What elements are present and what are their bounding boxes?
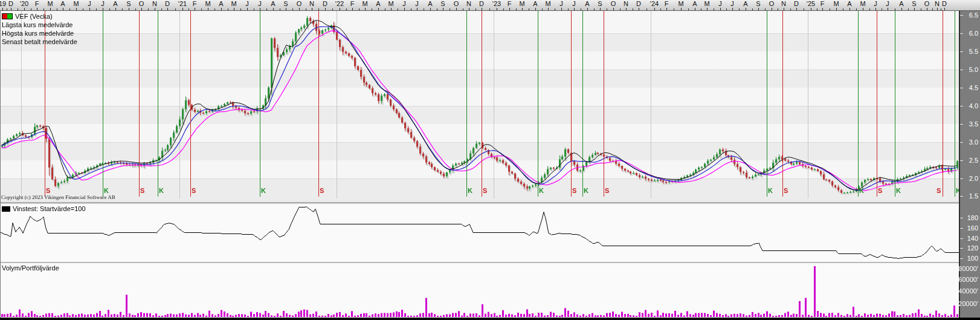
axis-minor-tick xyxy=(122,8,123,10)
axis-label: J xyxy=(874,0,877,7)
axis-label: M xyxy=(519,0,524,7)
axis-minor-tick xyxy=(921,8,921,10)
scale-tick xyxy=(960,258,963,259)
axis-label: J xyxy=(572,0,576,7)
axis-tick xyxy=(260,8,260,10)
axis-minor-tick xyxy=(240,8,241,10)
axis-minor-tick xyxy=(280,8,280,10)
scale-label: 2.5 xyxy=(969,157,978,164)
axis-tick xyxy=(654,8,655,10)
volume-canvas[interactable] xyxy=(0,263,959,318)
axis-minor-tick xyxy=(489,8,490,10)
axis-minor-tick xyxy=(908,8,909,10)
axis-label: A xyxy=(533,0,537,7)
axis-label: J xyxy=(415,0,419,7)
axis-tick xyxy=(286,8,286,10)
profit-test-canvas[interactable] xyxy=(0,204,959,262)
axis-label: D xyxy=(794,0,799,7)
scale-tick xyxy=(960,196,963,197)
axis-tick xyxy=(626,8,627,10)
axis-tick xyxy=(208,8,208,10)
axis-tick xyxy=(707,8,708,10)
axis-minor-tick xyxy=(817,8,817,10)
axis-minor-tick xyxy=(135,8,136,10)
axis-label: D xyxy=(479,0,484,7)
axis-tick xyxy=(849,8,850,10)
axis-minor-tick xyxy=(660,8,661,10)
scale-tick xyxy=(960,124,963,125)
axis-minor-tick xyxy=(83,8,83,10)
buy-signal-letter: K xyxy=(159,187,164,194)
axis-tick xyxy=(937,8,938,10)
volume-label: Volym/Portföljvärde xyxy=(2,264,59,272)
buy-signal-letter: K xyxy=(584,187,588,194)
axis-minor-tick xyxy=(594,8,595,10)
axis-label: J xyxy=(245,0,249,7)
legend-line-low-ma: Lägsta kurs medelvärde xyxy=(2,21,77,29)
axis-label: F xyxy=(193,0,197,7)
sell-signal-letter: S xyxy=(605,187,609,194)
axis-tick xyxy=(613,8,614,10)
axis-minor-tick xyxy=(542,8,543,10)
axis-label: F xyxy=(665,0,669,7)
axis-label: A xyxy=(113,0,117,7)
axis-tick xyxy=(666,8,667,10)
scale-tick xyxy=(960,178,963,179)
scale-tick xyxy=(960,218,963,218)
axis-label: F xyxy=(350,0,355,7)
axis-label: '21 xyxy=(178,0,187,7)
scale-label: 100 xyxy=(967,255,978,262)
price-chart-canvas[interactable] xyxy=(0,11,959,202)
scale-tick xyxy=(960,88,963,88)
axis-tick xyxy=(63,8,63,10)
axis-minor-tick xyxy=(189,8,189,10)
axis-tick xyxy=(836,8,837,10)
scale-label: 5.0 xyxy=(969,66,978,73)
axis-label: F xyxy=(820,0,825,7)
axis-label: N xyxy=(624,0,628,7)
axis-tick xyxy=(811,8,811,10)
axis-tick xyxy=(548,8,549,10)
axis-tick xyxy=(325,8,326,10)
axis-minor-tick xyxy=(214,8,215,10)
time-axis[interactable]: 19D'20FMAMJJASOND'21FMAMJJASOND'22FMAMJJ… xyxy=(0,0,980,11)
value-scale-column[interactable]: 6.56.05.55.04.54.03.53.02.52.01.51801601… xyxy=(959,11,980,318)
axis-tick xyxy=(469,8,469,10)
sell-signal-letter: S xyxy=(878,187,882,194)
axis-minor-tick xyxy=(778,8,778,10)
axis-minor-tick xyxy=(359,8,359,10)
axis-tick xyxy=(456,8,457,10)
axis-tick xyxy=(37,8,37,10)
axis-minor-tick xyxy=(843,8,843,10)
axis-minor-tick xyxy=(790,8,791,10)
scale-tick xyxy=(960,15,963,16)
axis-minor-tick xyxy=(555,8,555,10)
axis-label: J xyxy=(559,0,563,7)
axis-minor-tick xyxy=(411,8,411,10)
axis-minor-tick xyxy=(607,8,607,10)
scale-label: 40000' xyxy=(958,287,978,295)
axis-tick xyxy=(404,8,405,10)
scale-tick xyxy=(960,142,963,143)
axis-tick xyxy=(76,8,77,10)
axis-tick xyxy=(115,8,116,10)
axis-minor-tick xyxy=(292,8,293,10)
axis-label: O xyxy=(611,0,616,7)
scale-tick xyxy=(960,160,963,161)
axis-tick xyxy=(944,8,945,10)
axis-label: F xyxy=(508,0,512,7)
axis-minor-tick xyxy=(674,8,674,10)
axis-minor-tick xyxy=(266,8,267,10)
axis-label: S xyxy=(598,0,602,7)
axis-tick xyxy=(875,8,876,10)
axis-tick xyxy=(103,8,103,10)
axis-tick xyxy=(522,8,523,10)
axis-label: O xyxy=(769,0,775,7)
axis-label: A xyxy=(899,0,903,7)
scale-label: 4.5 xyxy=(969,84,978,91)
axis-minor-tick xyxy=(96,8,97,10)
axis-tick xyxy=(695,8,695,10)
scale-label: 140 xyxy=(967,235,978,242)
scale-label: 2.0 xyxy=(969,175,978,182)
chart-legend: VEF (Vecka) Lägsta kurs medelvärde Högst… xyxy=(2,12,77,46)
